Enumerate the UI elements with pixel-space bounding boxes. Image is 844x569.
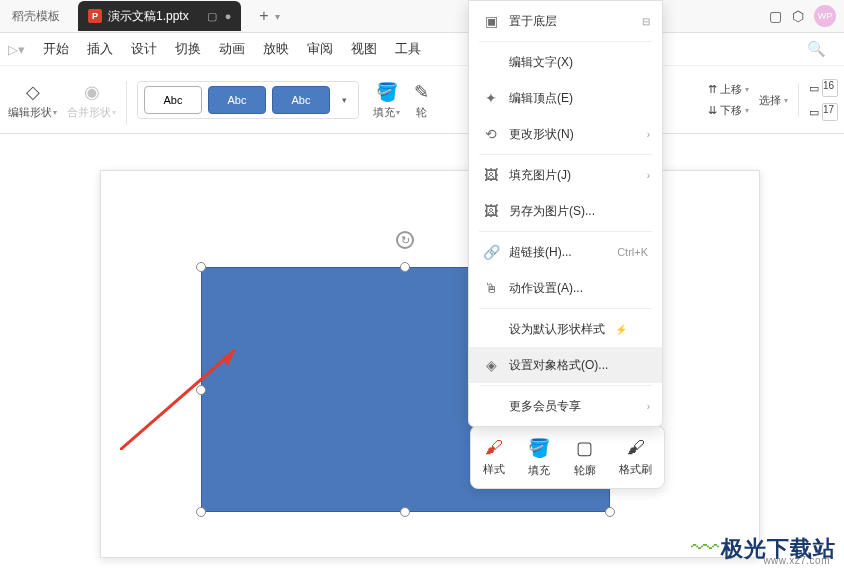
ctx-change-shape[interactable]: ⟲ 更改形状(N) › xyxy=(469,116,662,152)
menu-prev-icon[interactable]: ▷▾ xyxy=(8,42,25,57)
outline-icon: ✎ xyxy=(410,81,432,103)
svg-marker-1 xyxy=(222,350,235,366)
file-type-icon: P xyxy=(88,9,102,23)
vip-badge-icon: ⚡ xyxy=(615,324,627,335)
menu-view[interactable]: 视图 xyxy=(351,40,377,58)
mini-format-painter[interactable]: 🖌 格式刷 xyxy=(619,437,652,477)
menu-insert[interactable]: 插入 xyxy=(87,40,113,58)
menu-review[interactable]: 审阅 xyxy=(307,40,333,58)
ctx-separator xyxy=(479,41,652,42)
edit-vertex-icon: ✦ xyxy=(483,90,499,106)
fill-tool[interactable]: 🪣 填充▾ xyxy=(373,81,400,120)
menu-home[interactable]: 开始 xyxy=(43,40,69,58)
tab-active-file[interactable]: P 演示文稿1.pptx ▢ ● xyxy=(78,1,241,31)
align-top-icon: ⇈ xyxy=(708,83,717,96)
width-input: 17 xyxy=(822,103,838,121)
link-icon: 🔗 xyxy=(483,244,499,260)
toolbar-divider xyxy=(126,81,127,125)
merge-shape-tool: ◉ 合并形状▾ xyxy=(67,81,116,120)
right-divider xyxy=(798,83,799,117)
menu-design[interactable]: 设计 xyxy=(131,40,157,58)
ctx-edit-text[interactable]: 编辑文字(X) xyxy=(469,44,662,80)
ctx-hyperlink[interactable]: 🔗 超链接(H)... Ctrl+K xyxy=(469,234,662,270)
outline-rect-icon: ▢ xyxy=(576,437,593,459)
mini-fill[interactable]: 🪣 填充 xyxy=(528,437,550,478)
image-icon: 🖼 xyxy=(483,167,499,183)
width-control[interactable]: ▭ 17 xyxy=(809,103,838,121)
cube-icon[interactable]: ⬡ xyxy=(792,8,804,24)
ctx-edit-vertex[interactable]: ✦ 编辑顶点(E) xyxy=(469,80,662,116)
outline-tool[interactable]: ✎ 轮 xyxy=(410,81,432,120)
bucket-icon: 🪣 xyxy=(528,437,550,459)
chevron-right-icon: › xyxy=(647,170,650,181)
send-back-icon: ▣ xyxy=(483,13,499,29)
ctx-send-back[interactable]: ▣ 置于底层 ⊟ xyxy=(469,3,662,39)
new-tab-button[interactable]: + xyxy=(259,7,268,25)
annotation-arrow-left xyxy=(120,340,250,450)
brush-icon: 🖌 xyxy=(485,437,503,458)
menu-slideshow[interactable]: 放映 xyxy=(263,40,289,58)
fill-icon: 🪣 xyxy=(376,81,398,103)
resize-handle-bl[interactable] xyxy=(196,507,206,517)
move-down-button[interactable]: ⇊ 下移▾ xyxy=(708,103,749,118)
merge-shape-icon: ◉ xyxy=(81,81,103,103)
align-bottom-icon: ⇊ xyxy=(708,104,717,117)
shortcut-text: Ctrl+K xyxy=(617,246,648,258)
height-input: 16 xyxy=(822,79,838,97)
submenu-icon: ⊟ xyxy=(642,16,650,27)
ctx-vip-more[interactable]: 更多会员专享 › xyxy=(469,388,662,424)
format-painter-icon: 🖌 xyxy=(627,437,645,458)
ctx-separator xyxy=(479,231,652,232)
chevron-right-icon: › xyxy=(647,129,650,140)
ctx-separator xyxy=(479,385,652,386)
menu-animation[interactable]: 动画 xyxy=(219,40,245,58)
edit-shape-tool[interactable]: ◇ 编辑形状▾ xyxy=(8,81,57,120)
tab-dropdown-icon[interactable]: ▾ xyxy=(275,11,280,22)
ctx-separator xyxy=(479,154,652,155)
ctx-action-settings[interactable]: 🖱 动作设置(A)... xyxy=(469,270,662,306)
shape-preset-3[interactable]: Abc xyxy=(272,86,330,114)
floating-toolbar: 🖌 样式 🪣 填充 ▢ 轮廓 🖌 格式刷 xyxy=(470,425,665,489)
change-shape-icon: ⟲ xyxy=(483,126,499,142)
menu-transition[interactable]: 切换 xyxy=(175,40,201,58)
height-control[interactable]: ▭ 16 xyxy=(809,79,838,97)
format-object-icon: ◈ xyxy=(483,357,499,373)
width-icon: ▭ xyxy=(809,106,819,119)
ctx-format-object[interactable]: ◈ 设置对象格式(O)... xyxy=(469,347,662,383)
height-icon: ▭ xyxy=(809,82,819,95)
ctx-separator xyxy=(479,308,652,309)
tab-close-icon[interactable]: ● xyxy=(225,10,232,22)
shape-preset-1[interactable]: Abc xyxy=(144,86,202,114)
tab-template[interactable]: 稻壳模板 xyxy=(0,2,72,30)
edit-shape-icon: ◇ xyxy=(22,81,44,103)
mini-style[interactable]: 🖌 样式 xyxy=(483,437,505,477)
rotate-handle[interactable]: ↻ xyxy=(396,231,414,249)
ctx-default-style[interactable]: 设为默认形状样式 ⚡ xyxy=(469,311,662,347)
select-button[interactable]: 选择▾ xyxy=(759,93,788,108)
save-image-icon: 🖼 xyxy=(483,203,499,219)
gallery-expand-icon[interactable]: ▾ xyxy=(336,95,352,105)
svg-line-0 xyxy=(120,350,235,450)
swirl-icon: 〰 xyxy=(691,532,719,565)
resize-handle-tl[interactable] xyxy=(196,262,206,272)
menu-tools[interactable]: 工具 xyxy=(395,40,421,58)
resize-handle-tc[interactable] xyxy=(400,262,410,272)
user-avatar[interactable]: WP xyxy=(814,5,836,27)
shape-style-gallery[interactable]: Abc Abc Abc ▾ xyxy=(137,81,359,119)
ctx-fill-image[interactable]: 🖼 填充图片(J) › xyxy=(469,157,662,193)
watermark: 〰 极光下载站 www.xz7.com xyxy=(691,532,836,565)
resize-handle-br[interactable] xyxy=(605,507,615,517)
chevron-right-icon: › xyxy=(647,401,650,412)
context-menu: ▣ 置于底层 ⊟ 编辑文字(X) ✦ 编辑顶点(E) ⟲ 更改形状(N) › 🖼… xyxy=(468,0,663,427)
move-up-button[interactable]: ⇈ 上移▾ xyxy=(708,82,749,97)
monitor-icon[interactable]: ▢ xyxy=(207,10,217,23)
resize-handle-bc[interactable] xyxy=(400,507,410,517)
mini-outline[interactable]: ▢ 轮廓 xyxy=(574,437,596,478)
bookmark-icon[interactable]: ▢ xyxy=(769,8,782,24)
action-icon: 🖱 xyxy=(483,280,499,296)
shape-preset-2[interactable]: Abc xyxy=(208,86,266,114)
file-name: 演示文稿1.pptx xyxy=(108,8,189,25)
search-icon[interactable]: 🔍 xyxy=(807,40,826,58)
ctx-save-as-image[interactable]: 🖼 另存为图片(S)... xyxy=(469,193,662,229)
